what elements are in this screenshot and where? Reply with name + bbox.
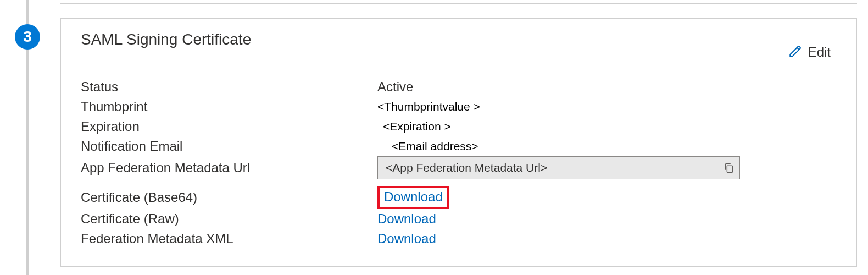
row-fed-xml: Federation Metadata XML Download [81, 229, 836, 249]
row-cert-base64: Certificate (Base64) Download [81, 186, 836, 209]
prev-card-bottom-border [60, 0, 857, 4]
download-cert-raw-link[interactable]: Download [377, 211, 436, 227]
saml-signing-certificate-card: SAML Signing Certificate Edit Status Act… [60, 18, 857, 267]
field-rows: Status Active Thumbprint <Thumbprintvalu… [81, 77, 836, 249]
step-number: 3 [23, 28, 32, 46]
edit-button[interactable]: Edit [788, 44, 831, 61]
spacer [81, 179, 836, 186]
notification-email-label: Notification Email [81, 139, 377, 154]
thumbprint-label: Thumbprint [81, 99, 377, 114]
copy-icon[interactable] [723, 162, 735, 174]
cert-base64-label: Certificate (Base64) [81, 190, 377, 205]
row-app-fed-url: App Federation Metadata Url <App Federat… [81, 156, 836, 179]
card-header: SAML Signing Certificate Edit [81, 31, 836, 61]
row-thumbprint: Thumbprint <Thumbprintvalue > [81, 97, 836, 117]
app-fed-url-field[interactable]: <App Federation Metadata Url> [377, 156, 740, 179]
expiration-label: Expiration [81, 119, 377, 134]
svg-rect-0 [727, 166, 732, 172]
download-fed-xml-link[interactable]: Download [377, 231, 436, 246]
highlight-cert-base64: Download [377, 186, 449, 209]
download-cert-base64-link[interactable]: Download [384, 189, 443, 205]
edit-label: Edit [808, 45, 831, 60]
pencil-icon [788, 44, 803, 61]
row-cert-raw: Certificate (Raw) Download [81, 209, 836, 229]
notification-email-value: <Email address> [377, 140, 836, 153]
cert-raw-label: Certificate (Raw) [81, 211, 377, 227]
saml-config-page: 3 SAML Signing Certificate Edit Status A… [0, 0, 868, 275]
row-notification-email: Notification Email <Email address> [81, 136, 836, 156]
row-status: Status Active [81, 77, 836, 97]
row-expiration: Expiration <Expiration > [81, 117, 836, 136]
status-label: Status [81, 79, 377, 95]
app-fed-url-label: App Federation Metadata Url [81, 160, 377, 175]
fed-xml-label: Federation Metadata XML [81, 231, 377, 246]
thumbprint-value: <Thumbprintvalue > [377, 100, 836, 113]
expiration-value: <Expiration > [377, 120, 836, 133]
app-fed-url-value: <App Federation Metadata Url> [386, 161, 723, 174]
step-number-badge: 3 [15, 24, 40, 50]
card-title: SAML Signing Certificate [81, 31, 251, 48]
status-value: Active [377, 79, 836, 95]
